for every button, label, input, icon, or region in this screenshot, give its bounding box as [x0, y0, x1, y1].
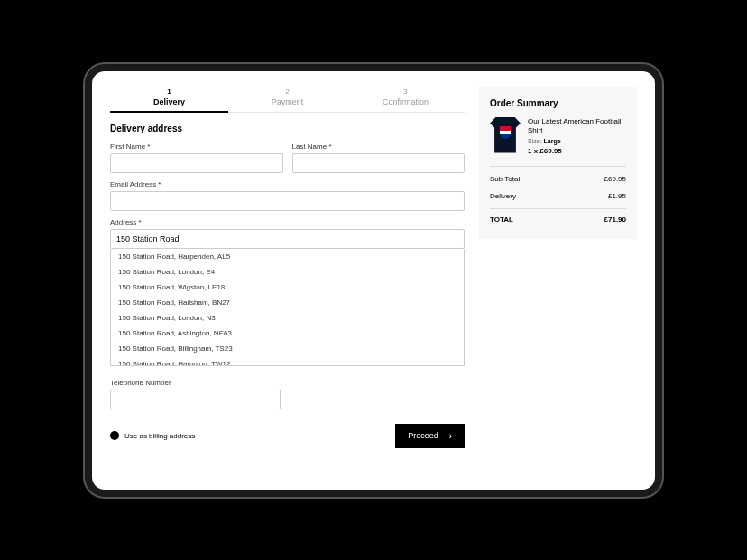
product-qty-price: 1 x £69.95: [528, 147, 626, 155]
product-thumbnail: [490, 117, 521, 153]
email-label: Email Address *: [110, 180, 465, 188]
product-info: Our Latest American Football Shirt Size:…: [528, 117, 626, 156]
address-suggestions-dropdown: 150 Station Road, Harpenden, AL5 150 Sta…: [110, 249, 465, 366]
row-value: £1.95: [608, 192, 626, 200]
phone-field-wrap: Telephone Number: [110, 379, 281, 409]
address-suggestion[interactable]: 150 Station Road, London, N3: [111, 310, 464, 326]
total-value: £71.90: [604, 216, 626, 224]
summary-product: Our Latest American Football Shirt Size:…: [490, 117, 626, 156]
summary-row-total: TOTAL £71.90: [490, 208, 626, 228]
phone-input[interactable]: [110, 390, 281, 409]
first-name-input[interactable]: [110, 153, 283, 173]
row-label: Delivery: [490, 192, 516, 200]
phone-label: Telephone Number: [110, 379, 281, 387]
billing-label: Use as billing address: [124, 432, 195, 440]
step-number: 1: [110, 87, 228, 96]
first-name-field-wrap: First Name *: [110, 142, 283, 173]
step-label: Confirmation: [383, 97, 429, 106]
proceed-label: Proceed: [408, 431, 438, 440]
checkout-form-column: 1 Delivery 2 Payment 3 Confirmation Deli…: [110, 87, 465, 473]
order-summary-panel: Order Summary Our Latest American Footba…: [479, 87, 637, 240]
summary-title: Order Summary: [490, 98, 626, 108]
email-field-wrap: Email Address *: [110, 180, 465, 211]
divider: [490, 166, 626, 167]
address-suggestion[interactable]: 150 Station Road, London, E4: [111, 264, 464, 280]
progress-steps: 1 Delivery 2 Payment 3 Confirmation: [110, 87, 465, 113]
summary-row-delivery: Delivery £1.95: [490, 188, 626, 205]
address-suggestion[interactable]: 150 Station Road, Hampton, TW12: [111, 356, 464, 366]
chevron-right-icon: ›: [449, 431, 452, 441]
product-name: Our Latest American Football Shirt: [528, 117, 626, 136]
tablet-frame: 1 Delivery 2 Payment 3 Confirmation Deli…: [85, 64, 662, 497]
last-name-input[interactable]: [292, 153, 466, 173]
address-suggestion[interactable]: 150 Station Road, Harpenden, AL5: [111, 249, 464, 264]
address-suggestion[interactable]: 150 Station Road, Hailsham, BN27: [111, 295, 464, 310]
section-heading: Delivery address: [110, 124, 465, 133]
step-number: 2: [228, 87, 346, 96]
step-delivery[interactable]: 1 Delivery: [110, 87, 228, 112]
row-value: £69.95: [604, 175, 626, 183]
step-payment[interactable]: 2 Payment: [228, 87, 346, 112]
address-suggestion[interactable]: 150 Station Road, Wigston, LE18: [111, 280, 464, 295]
summary-row-subtotal: Sub Total £69.95: [490, 170, 626, 188]
address-label: Address *: [110, 218, 465, 226]
radio-icon: [110, 431, 119, 440]
step-confirmation[interactable]: 3 Confirmation: [346, 87, 465, 112]
email-input[interactable]: [110, 191, 465, 211]
billing-toggle[interactable]: Use as billing address: [110, 431, 195, 440]
checkout-screen: 1 Delivery 2 Payment 3 Confirmation Deli…: [92, 71, 655, 490]
last-name-field-wrap: Last Name *: [292, 142, 466, 173]
total-label: TOTAL: [490, 216, 513, 224]
step-label: Payment: [272, 97, 304, 106]
address-input[interactable]: [110, 229, 465, 249]
product-size: Size: Large: [528, 138, 626, 144]
row-label: Sub Total: [490, 175, 520, 183]
proceed-button[interactable]: Proceed ›: [395, 424, 465, 448]
address-suggestion[interactable]: 150 Station Road, Ashington, NE63: [111, 326, 464, 341]
first-name-label: First Name *: [110, 142, 283, 151]
last-name-label: Last Name *: [292, 142, 466, 151]
step-number: 3: [346, 87, 465, 96]
step-label: Delivery: [153, 97, 185, 106]
address-suggestion[interactable]: 150 Station Road, Billingham, TS23: [111, 341, 464, 356]
address-field-wrap: Address * 150 Station Road, Harpenden, A…: [110, 218, 465, 249]
